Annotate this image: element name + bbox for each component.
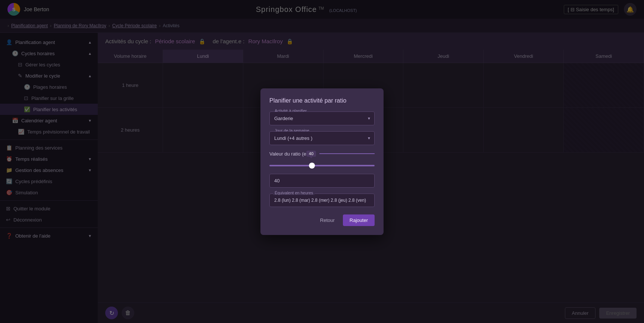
modal-dialog: Planifier une activité par ratio Activit… [260,88,384,235]
ratio-input-group [269,174,375,188]
day-select-wrapper: Lundi (+4 autres ) [269,131,375,145]
back-button[interactable]: Retour [316,214,339,226]
slider-container: 40 [269,161,375,168]
equivalent-value: 2.8 (lun) 2.8 (mar) 2.8 (mer) 2.8 (jeu) … [269,194,375,207]
ratio-input[interactable] [269,174,375,188]
slider-tooltip: 40 [306,151,316,157]
slider-line [319,153,375,154]
day-select[interactable]: Lundi (+4 autres ) [269,131,375,145]
equivalent-field-group: Équivalent en heures 2.8 (lun) 2.8 (mar)… [269,194,375,207]
modal-title: Planifier une activité par ratio [269,97,375,104]
ratio-slider[interactable] [269,165,375,166]
activity-select[interactable]: Garderie [269,112,375,125]
add-button[interactable]: Rajouter [343,214,375,226]
activity-select-wrapper: Garderie [269,112,375,125]
day-field-group: Jour de la semaine Lundi (+4 autres ) [269,131,375,145]
ratio-label: Valeur du ratio (en %) [269,151,375,157]
equivalent-label: Équivalent en heures [273,191,315,195]
modal-overlay: Planifier une activité par ratio Activit… [0,0,644,323]
modal-footer: Retour Rajouter [269,214,375,226]
activity-field-group: Activité à planifier Garderie [269,112,375,125]
ratio-slider-section: Valeur du ratio (en %) 40 [269,151,375,168]
